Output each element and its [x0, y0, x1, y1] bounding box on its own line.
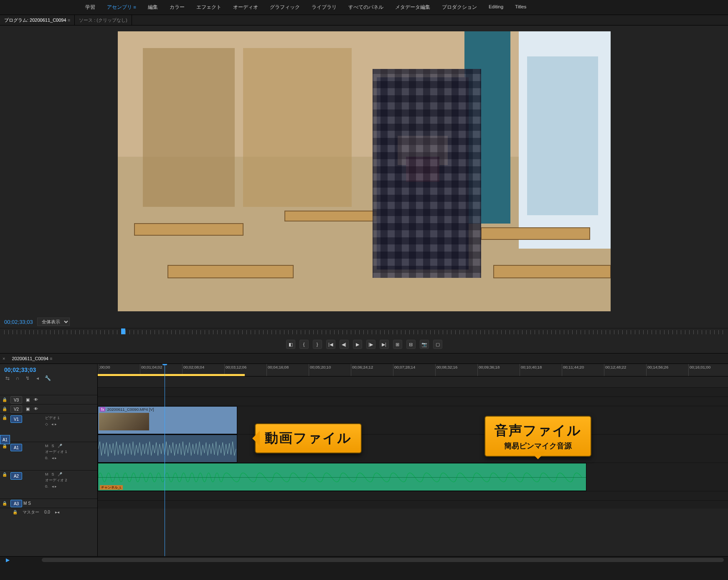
- go-to-in-button[interactable]: |◀: [326, 340, 335, 349]
- workspace-tab[interactable]: グラフィック: [264, 2, 306, 13]
- timeline-panel: 00;02;33;03 ⇆ ∩ ↯ ◂ 🔧 🔒 V3 ▣ 👁 🔒 V2 ▣ 👁 …: [0, 364, 728, 556]
- solo-button[interactable]: S: [28, 501, 31, 506]
- mute-button[interactable]: M: [23, 501, 27, 506]
- track-master-lane[interactable]: [98, 500, 728, 509]
- eye-icon[interactable]: 👁: [32, 397, 40, 402]
- workspace-tab-active[interactable]: アセンブリ: [101, 2, 142, 13]
- track-header-v2[interactable]: 🔒 V2 ▣ 👁: [0, 404, 97, 413]
- workspace-tab[interactable]: プロダクション: [436, 2, 483, 13]
- solo-button[interactable]: S: [52, 444, 54, 448]
- workspace-tab[interactable]: すべてのパネル: [342, 2, 389, 13]
- keyframe-icon[interactable]: ◇: [45, 422, 48, 426]
- snap-icon[interactable]: ⇆: [4, 375, 11, 382]
- master-track[interactable]: 🔒 マスター 0.0 ▸◂: [0, 508, 97, 516]
- audio-clip-1[interactable]: [98, 435, 237, 463]
- in-point-button[interactable]: {: [299, 340, 309, 349]
- marker-icon[interactable]: ↯: [24, 375, 31, 382]
- collapse-icon[interactable]: ▸◂: [55, 510, 59, 514]
- workspace-tab[interactable]: 学習: [79, 2, 101, 13]
- source-panel-tab[interactable]: ソース : (クリップなし): [75, 15, 132, 25]
- track-header-v3[interactable]: 🔒 V3 ▣ 👁: [0, 395, 97, 404]
- track-header-a3[interactable]: 🔒 A3 M S: [0, 499, 97, 508]
- linked-selection-icon[interactable]: ∩: [14, 375, 21, 382]
- master-value[interactable]: 0.0: [44, 510, 50, 514]
- video-clip[interactable]: fx20200611_C0090.MP4 [V]: [98, 406, 237, 434]
- workspace-tab[interactable]: カラー: [164, 2, 190, 13]
- svg-rect-3: [243, 48, 352, 207]
- track-name-a1: オーディオ 1: [45, 449, 67, 455]
- track-target-v1[interactable]: V1: [10, 415, 22, 423]
- workspace-tab[interactable]: ライブラリ: [306, 2, 342, 13]
- record-button[interactable]: 🎤: [58, 444, 62, 448]
- track-header-column: 00;02;33;03 ⇆ ∩ ↯ ◂ 🔧 🔒 V3 ▣ 👁 🔒 V2 ▣ 👁 …: [0, 364, 98, 556]
- svg-rect-16: [373, 69, 481, 278]
- track-a1[interactable]: [98, 434, 728, 463]
- timeline-tracks-area[interactable]: ;00;0000;01;04;0200;02;08;0400;03;12;060…: [98, 364, 728, 556]
- out-point-button[interactable]: }: [313, 340, 322, 349]
- go-to-out-button[interactable]: ▶|: [380, 340, 389, 349]
- wrench-icon[interactable]: 🔧: [44, 375, 51, 382]
- toggle-output-icon[interactable]: ▣: [23, 397, 32, 402]
- settings-button[interactable]: ▢: [433, 340, 442, 349]
- mute-button[interactable]: M: [45, 444, 48, 448]
- master-label: マスター: [23, 509, 39, 515]
- source-patch-column: A1: [0, 435, 10, 463]
- sequence-tab[interactable]: 20200611_C0094: [8, 354, 56, 363]
- toggle-output-icon[interactable]: ▣: [23, 407, 32, 411]
- time-ruler[interactable]: ;00;0000;01;04;0200;02;08;0400;03;12;060…: [98, 364, 728, 376]
- step-forward-button[interactable]: |▶: [366, 340, 375, 349]
- record-button[interactable]: 🎤: [58, 472, 62, 476]
- lock-icon[interactable]: 🔒: [0, 472, 9, 477]
- workspace-tab[interactable]: 編集: [142, 2, 164, 13]
- track-target-a3[interactable]: A3: [10, 500, 22, 507]
- mini-playhead[interactable]: [121, 328, 125, 334]
- workspace-tab[interactable]: Titles: [509, 2, 532, 13]
- lock-icon[interactable]: 🔒: [0, 415, 9, 420]
- track-target-a2[interactable]: A2: [10, 472, 22, 480]
- extract-button[interactable]: ⊟: [406, 340, 416, 349]
- solo-button[interactable]: S: [52, 472, 54, 476]
- source-patch-a1[interactable]: A1: [0, 435, 10, 444]
- track-header-a2[interactable]: 🔒 A2 M S 🎤 オーディオ 2 0.◂ ▸: [0, 470, 97, 499]
- lock-icon[interactable]: 🔒: [0, 407, 9, 411]
- track-header-a1[interactable]: 🔒 A1 M S 🎤 オーディオ 1 0.◂ ▸: [0, 442, 97, 470]
- step-back-button[interactable]: ◀|: [340, 340, 349, 349]
- timeline-scrollbar[interactable]: ▶: [0, 556, 728, 564]
- lock-icon[interactable]: 🔒: [0, 397, 9, 402]
- track-target-v3[interactable]: V3: [10, 396, 22, 404]
- workspace-tab[interactable]: オーディオ: [227, 2, 264, 13]
- lock-icon[interactable]: 🔒: [0, 501, 9, 506]
- workspace-tab[interactable]: エフェクト: [190, 2, 227, 13]
- track-target-v2[interactable]: V2: [10, 405, 22, 413]
- track-v3[interactable]: [98, 387, 728, 397]
- export-frame-button[interactable]: 📷: [420, 340, 429, 349]
- audio-clip-2[interactable]: チャンネル_L: [98, 463, 586, 491]
- svg-rect-2: [143, 48, 235, 207]
- track-a2[interactable]: チャンネル_L: [98, 463, 728, 491]
- marker-button[interactable]: ◧: [286, 340, 295, 349]
- track-target-a1[interactable]: A1: [10, 444, 22, 451]
- lock-icon[interactable]: 🔒: [13, 510, 18, 514]
- video-preview[interactable]: [118, 31, 611, 311]
- track-v1[interactable]: fx20200611_C0090.MP4 [V]: [98, 406, 728, 434]
- track-header-v1[interactable]: 🔒 V1 ビデオ 1 ◇◂ ▸: [0, 413, 97, 442]
- workspace-tab[interactable]: Editing: [483, 2, 509, 13]
- sequence-header: × 20200611_C0094: [0, 353, 728, 364]
- playhead[interactable]: [165, 364, 165, 556]
- eye-icon[interactable]: 👁: [32, 407, 40, 411]
- track-v2[interactable]: [98, 397, 728, 406]
- lift-button[interactable]: ⊞: [393, 340, 402, 349]
- mute-button[interactable]: M: [45, 472, 48, 476]
- zoom-fit-select[interactable]: 全体表示: [37, 318, 70, 326]
- track-a3[interactable]: [98, 491, 728, 500]
- sequence-timecode[interactable]: 00;02;33;03: [0, 364, 97, 374]
- close-sequence-icon[interactable]: ×: [0, 356, 8, 361]
- play-button[interactable]: ▶: [353, 340, 362, 349]
- scrollbar-thumb[interactable]: [42, 558, 724, 562]
- monitor-timecode[interactable]: 00;02;33;03: [4, 319, 33, 325]
- workspace-tab[interactable]: メタデータ編集: [389, 2, 436, 13]
- monitor-mini-ruler[interactable]: [0, 328, 728, 337]
- work-area-bar[interactable]: [98, 374, 245, 376]
- program-panel-tab[interactable]: プログラム: 20200611_C0094: [0, 15, 75, 25]
- settings-icon[interactable]: ◂: [34, 375, 41, 382]
